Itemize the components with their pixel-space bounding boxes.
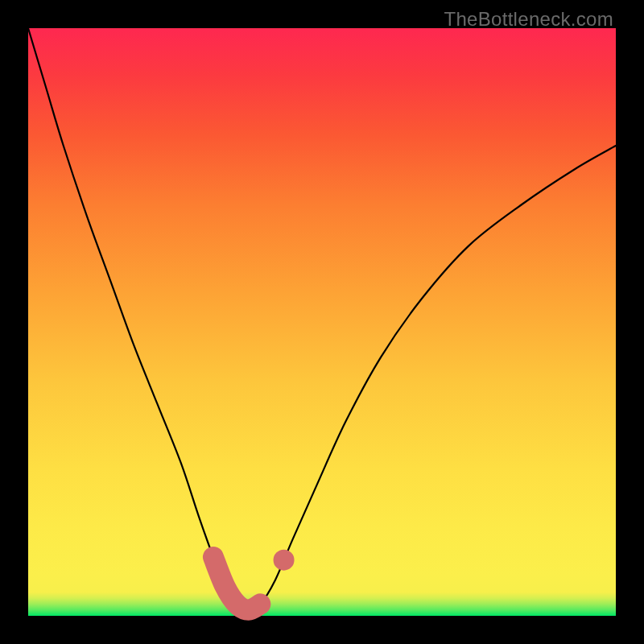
- bottleneck-curve: [28, 28, 616, 610]
- highlight-dot: [274, 550, 295, 571]
- curve-svg: [28, 28, 616, 616]
- plot-area: [28, 28, 616, 616]
- watermark-text: TheBottleneck.com: [444, 8, 613, 31]
- highlight-segment: [213, 557, 260, 610]
- chart-container: TheBottleneck.com: [0, 0, 644, 644]
